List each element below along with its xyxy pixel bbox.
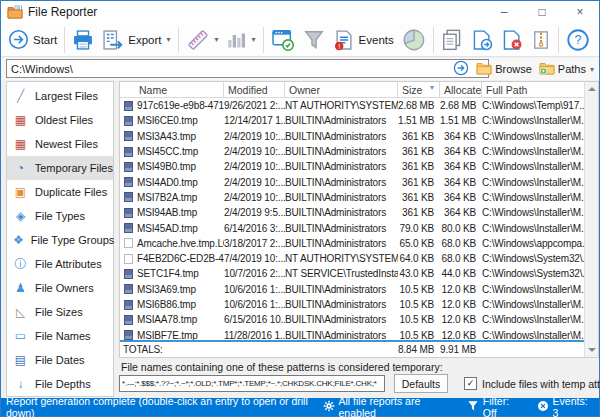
table-row[interactable]: 917c619e-e9b8-4712... 9/26/2021 2:... NT… [120, 98, 585, 113]
enabled-reports-button[interactable] [267, 26, 299, 54]
filter-button[interactable] [299, 27, 329, 53]
table-row[interactable]: MSI4AD0.tmp 2/4/2019 10:... BUILTIN\Admi… [120, 174, 585, 189]
cell-name: Amcache.hve.tmp.LO... [137, 238, 224, 249]
cell-modified: 10/7/2016 2:... [224, 268, 285, 279]
rename-icon: ▭ [13, 329, 28, 344]
calendar-date-icon: ▤ [13, 353, 28, 368]
print-button[interactable] [68, 27, 98, 53]
cell-owner: BUILTIN\Administrators [285, 177, 398, 188]
table-row[interactable]: Amcache.hve.tmp.LO... 3/18/2017 2:... BU… [120, 236, 585, 251]
ruler-icon [186, 28, 210, 52]
table-row[interactable]: MSI3A43.tmp 2/4/2019 10:... BUILTIN\Admi… [120, 129, 585, 144]
browse-button[interactable]: Browse [474, 60, 534, 78]
sidebar-item[interactable]: ◺ File Sizes [7, 300, 113, 324]
cell-owner: BUILTIN\Administrators [285, 207, 398, 218]
table-row[interactable]: MSI7B2A.tmp 2/4/2019 10:... BUILTIN\Admi… [120, 190, 585, 205]
temp-attribute-checkbox[interactable]: ✓ Include files with temp attribute [464, 377, 600, 390]
delete-page-button[interactable] [497, 27, 527, 53]
measure-button[interactable]: ▾ [182, 26, 223, 54]
status-events[interactable]: Events: 3 [537, 395, 593, 417]
file-icon [124, 330, 133, 340]
status-reports[interactable]: All file reports are enabled [323, 395, 453, 417]
cell-size: 65.0 KB [398, 238, 440, 249]
paths-button[interactable]: Paths ▾ [537, 60, 596, 78]
table-row[interactable]: MSI49B0.tmp 2/4/2019 10:... BUILTIN\Admi… [120, 159, 585, 174]
cell-modified: 9/26/2021 2:... [224, 100, 285, 111]
cell-owner: BUILTIN\Administrators [285, 238, 398, 249]
file-icon [124, 147, 133, 157]
table-row[interactable]: MSI94AB.tmp 2/4/2019 9:5... BUILTIN\Admi… [120, 205, 585, 220]
maximize-button[interactable]: □ [523, 1, 561, 23]
help-icon: ? [566, 28, 590, 52]
chevron-down-icon: ▾ [252, 35, 256, 44]
sidebar-item[interactable]: ▦ Newest Files [7, 132, 113, 156]
sidebar-item[interactable]: ▦ Oldest Files [7, 108, 113, 132]
triangle-ruler-icon: ◺ [13, 305, 28, 320]
sidebar-item[interactable]: ◔ Temporary Files [7, 156, 113, 180]
sidebar-item[interactable]: ▤ File Dates [7, 348, 113, 372]
defaults-button[interactable]: Defaults [394, 374, 448, 393]
cell-size: 64.0 KB [398, 253, 440, 264]
cell-allocated: 364 KB [440, 207, 482, 218]
start-button[interactable]: Start [4, 27, 61, 52]
table-row[interactable]: MSI45CC.tmp 2/4/2019 10:... BUILTIN\Admi… [120, 144, 585, 159]
start-icon [8, 29, 29, 50]
sidebar-item[interactable]: ↓ File Depths [7, 372, 113, 396]
window-title: File Reporter [28, 5, 97, 19]
table-row[interactable]: MSI6CE0.tmp 12/14/2017 1... BUILTIN\Admi… [120, 113, 585, 128]
table-row[interactable]: SETC1F4.tmp 10/7/2016 2:... NT SERVICE\T… [120, 266, 585, 281]
column-header-modified[interactable]: Modified [224, 82, 285, 97]
export-page-button[interactable] [467, 27, 497, 53]
table-row[interactable]: MSI6B86.tmp 10/6/2016 1:... BUILTIN\Admi… [120, 297, 585, 312]
totals-row: TOTALS: 8.84 MB 9.91 MB [120, 340, 585, 357]
table-row[interactable]: MSIAA78.tmp 6/15/2016 10... BUILTIN\Admi… [120, 312, 585, 327]
events-button[interactable]: ! Events [329, 27, 398, 53]
sidebar-item[interactable]: ▭ File Names [7, 324, 113, 348]
toolbar-separator [178, 27, 179, 53]
patterns-input[interactable] [119, 375, 385, 392]
cell-modified: 2/4/2019 9:5... [224, 207, 285, 218]
path-combobox[interactable]: C:\Windows\ ▾ [6, 59, 489, 78]
file-icon [124, 177, 133, 187]
close-button[interactable]: × [561, 1, 599, 23]
sidebar-item[interactable]: ♟ File Owners [7, 276, 113, 300]
table-body: 917c619e-e9b8-4712... 9/26/2021 2:... NT… [120, 98, 585, 343]
cell-name: MSI3A69.tmp [137, 284, 224, 295]
copy-button[interactable] [437, 27, 467, 53]
minimize-button[interactable]: – [485, 1, 523, 23]
column-header-size[interactable]: Size▾ [398, 82, 440, 97]
status-bar: Report generation complete (double-click… [1, 398, 599, 416]
sidebar-item[interactable]: ❖ File Type Groups [7, 228, 113, 252]
status-filter[interactable]: Filter: Off [467, 395, 523, 417]
paths-label: Paths [558, 63, 586, 75]
help-button[interactable]: ? [562, 26, 594, 54]
table-row[interactable]: MSI45AD.tmp 6/14/2016 3:... BUILTIN\Admi… [120, 220, 585, 235]
app-icon [7, 5, 23, 19]
cell-fullpath: C:\Windows\Temp\917... [482, 100, 585, 111]
chart-button[interactable]: ▾ [223, 28, 260, 52]
vertical-scrollbar[interactable] [584, 82, 598, 357]
sidebar-item[interactable]: ▣ Duplicate Files [7, 180, 113, 204]
column-header-owner[interactable]: Owner [285, 82, 398, 97]
table-row[interactable]: F4EB2D6C-ED2B-4BD... 7/4/2019 10:... NT … [120, 251, 585, 266]
cell-owner: NT SERVICE\TrustedInstall... [285, 268, 398, 279]
export-icon [102, 29, 124, 51]
export-button[interactable]: Export ▾ [98, 27, 174, 53]
scroll-up-icon[interactable] [585, 82, 598, 96]
print-icon [72, 29, 94, 51]
table-row[interactable]: MSI3A69.tmp 10/6/2016 1:... BUILTIN\Admi… [120, 282, 585, 297]
sidebar-item[interactable]: ◈ File Types [7, 204, 113, 228]
column-header-name[interactable]: Name [120, 82, 224, 97]
column-header-allocated[interactable]: Allocated [440, 82, 482, 97]
cell-modified: 6/14/2016 3:... [224, 223, 285, 234]
go-button[interactable] [451, 59, 471, 79]
pie-report-button[interactable] [398, 26, 430, 54]
scroll-down-icon[interactable] [585, 343, 598, 357]
archive-button[interactable] [527, 28, 555, 52]
cell-allocated: 364 KB [440, 146, 482, 157]
sidebar-item[interactable]: ⓘ File Attributes [7, 252, 113, 276]
cell-fullpath: C:\Windows\Installer\M... [482, 330, 585, 341]
column-header-fullpath[interactable]: Full Path [482, 82, 585, 97]
sidebar-item[interactable]: ╱ Largest Files [7, 84, 113, 108]
file-icon [124, 116, 133, 126]
